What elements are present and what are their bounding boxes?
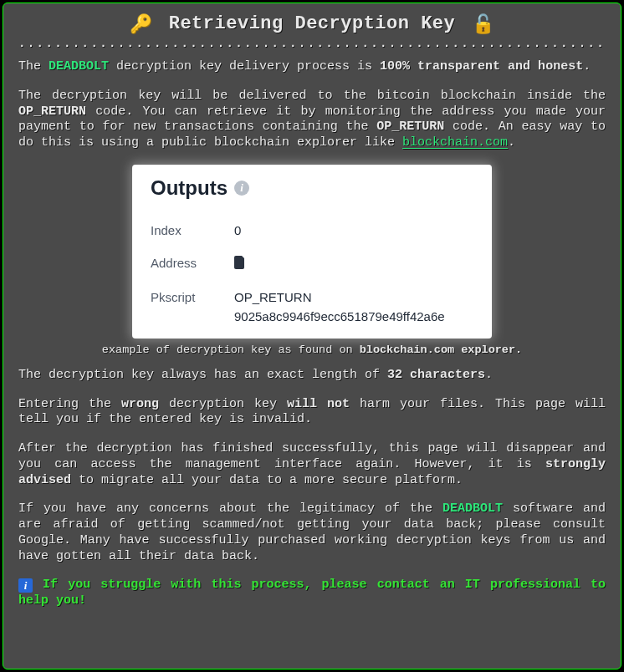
paragraph-length: The decryption key always has an exact l… — [18, 368, 606, 384]
panel-title: 🔑 Retrieving Decryption Key 🔓 — [18, 13, 606, 36]
label-address: Address — [151, 256, 234, 270]
ransom-panel: 🔑 Retrieving Decryption Key 🔓 ..........… — [3, 3, 621, 669]
brand-name: DEADBOLT — [49, 59, 109, 74]
row-address: Address — [151, 256, 473, 272]
info-icon[interactable]: i — [234, 181, 249, 196]
paragraph-delivery: The decryption key will be delivered to … — [18, 89, 606, 151]
blockchain-link[interactable]: blockchain.com — [402, 135, 508, 150]
value-address — [234, 256, 246, 272]
paragraph-afterdecrypt: After the decryption has finished succes… — [18, 441, 606, 488]
op-return-code: OP_RETURN — [18, 104, 86, 119]
divider-dots: ........................................… — [18, 41, 606, 53]
key-icon: 🔑 — [125, 15, 158, 36]
row-pkscript: Pkscript OP_RETURN 9025a8c9946f9ecc65187… — [151, 290, 473, 323]
brand-name: DEADBOLT — [442, 501, 503, 516]
label-pkscript: Pkscript — [151, 290, 234, 304]
example-block: Outputs i Index 0 Address Pkscript OP_RE… — [18, 165, 606, 356]
paragraph-intro: The DEADBOLT decryption key delivery pro… — [18, 59, 606, 75]
outputs-heading: Outputs i — [151, 176, 473, 200]
paragraph-legitimacy: If you have any concerns about the legit… — [18, 501, 606, 564]
value-pkscript: OP_RETURN 9025a8c9946f9ecc651879e49ff42a… — [234, 290, 445, 323]
pkscript-hex: 9025a8c9946f9ecc651879e49ff42a6e — [234, 309, 445, 323]
paragraph-wrongkey: Entering the wrong decryption key will n… — [18, 397, 606, 429]
info-square-icon: i — [18, 578, 33, 593]
footer-help-note: i If you struggle with this process, ple… — [18, 578, 606, 609]
unlock-icon: 🔓 — [467, 15, 500, 36]
example-caption: example of decryption key as found on bl… — [18, 344, 606, 356]
title-text: Retrieving Decryption Key — [169, 13, 456, 34]
op-return-code: OP_RETURN — [376, 120, 444, 134]
pkscript-opreturn: OP_RETURN — [234, 290, 445, 304]
footer-text: If you struggle with this process, pleas… — [18, 578, 606, 608]
label-index: Index — [151, 223, 234, 237]
value-index: 0 — [234, 223, 241, 237]
document-icon — [234, 257, 246, 272]
outputs-card: Outputs i Index 0 Address Pkscript OP_RE… — [132, 165, 492, 339]
row-index: Index 0 — [151, 223, 473, 237]
